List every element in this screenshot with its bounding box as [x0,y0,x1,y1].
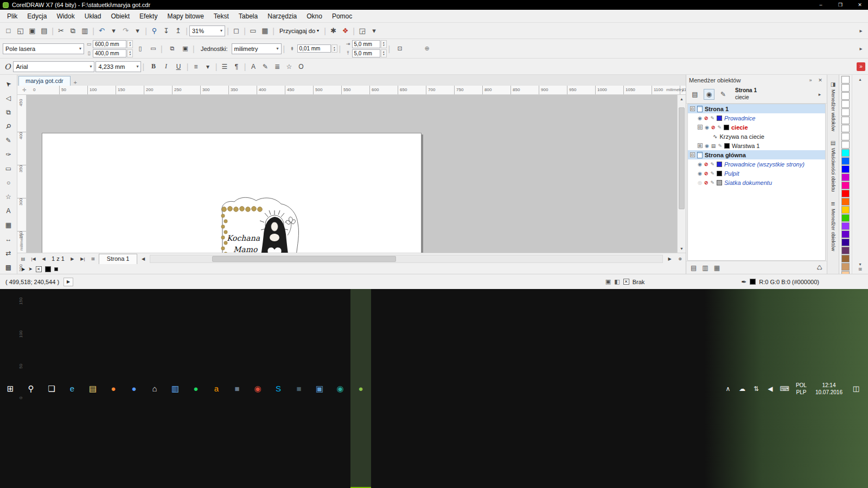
dropdown-arrow-icon[interactable]: ▾ [79,46,81,51]
bulleted-list-button[interactable]: ☰ [219,61,230,73]
welcome-dropdown[interactable]: ▾ [368,25,380,37]
scroll-down-icon[interactable]: ▼ [678,245,686,253]
menu-item[interactable]: Tekst [209,10,234,22]
freehand-tool[interactable]: ✎ [2,134,15,146]
text-properties-button[interactable]: ≣ [271,61,283,73]
outline-color-swatch[interactable] [45,266,51,272]
collapse-icon[interactable]: ⊟ [690,106,695,111]
delete-button[interactable]: ♺ [816,264,822,272]
layer-print-disabled-icon[interactable]: ⊘ [704,171,709,176]
layer-manager-view-button[interactable]: ✎ [718,89,729,100]
dropdown-arrow-icon[interactable]: ▾ [136,64,138,69]
edit-text-button[interactable]: ✎ [259,61,271,73]
hidden-icons-chevron[interactable]: ∧ [721,385,735,393]
nudge-field[interactable]: 0,01 mm [297,44,331,53]
opentype-button[interactable]: O [295,61,307,73]
expand-icon[interactable]: ⊞ [698,143,703,148]
save-app-icon[interactable]: ▣ [309,289,330,488]
fullscreen-preview-button[interactable]: ◻ [231,25,242,37]
preset-combo[interactable]: Pole lasera ▾ [3,43,84,54]
tree-row-warstwa-1[interactable]: ⊞ ◉ ▤ ✎ Warstwa 1 [688,141,825,150]
units-combo[interactable]: milimetry ▾ [232,43,282,54]
layer-color-swatch[interactable] [717,171,722,176]
maryja-artwork[interactable]: Kochana Mamo Pamiętaj nie u mnie ra [215,170,306,253]
portrait-button[interactable]: ▯ [135,43,146,55]
layer-edit-icon[interactable]: ✎ [710,180,714,185]
menu-item[interactable]: Narzędzia [263,10,302,22]
layer-visibility-off-icon[interactable]: ◎ [698,180,702,185]
color-swatch[interactable] [841,141,850,149]
volume-icon[interactable]: ◀ [763,385,777,393]
dimension-tool[interactable]: ↔ [2,233,15,245]
character-formatting-button[interactable]: A [247,61,259,73]
favorites-button[interactable]: ☆ [283,61,295,73]
redo-dropdown[interactable]: ▾ [132,25,143,37]
menu-item[interactable]: Plik [2,10,22,22]
scroll-right-icon[interactable]: ▶ [665,254,674,264]
layer-edit-icon[interactable]: ✎ [710,171,714,176]
color-swatch[interactable] [841,198,850,206]
color-swatch[interactable] [841,214,850,222]
dropdown-arrow-icon[interactable]: ▾ [220,28,222,33]
show-rulers-button[interactable]: ▭ [247,25,259,37]
duplicate-x-stepper[interactable]: ▴▾ [381,40,387,48]
underline-button[interactable]: U [173,61,184,73]
color-swatch[interactable] [841,206,850,214]
add-control-button[interactable]: ⊕ [422,43,433,55]
bold-button[interactable]: B [148,61,159,73]
previous-page-button[interactable]: ◀ [39,254,48,264]
layer-visibility-icon[interactable]: ◉ [705,125,709,130]
color-swatch[interactable] [841,230,850,238]
polygon-tool[interactable]: ☆ [2,191,15,203]
color-swatch[interactable] [841,149,850,157]
document-tab[interactable]: maryja got.cdr [18,76,71,86]
color-swatch[interactable] [841,247,850,254]
toolbar-overflow-icon[interactable]: ▸ [857,28,865,34]
page-width-stepper[interactable]: ▴▾ [127,40,133,48]
crop-tool[interactable]: ⧉ [2,106,15,118]
menu-item[interactable]: Okno [302,10,327,22]
app2-icon[interactable]: ■ [289,289,309,488]
rectangle-tool[interactable]: ▭ [2,163,15,175]
menu-item[interactable]: Mapy bitowe [162,10,208,22]
application-launcher-button[interactable]: ❖ [340,25,351,37]
new-layer-button[interactable]: ▤ [691,264,697,272]
layer-edit-icon[interactable]: ✎ [717,125,722,130]
color-swatch[interactable] [841,255,850,262]
chrome-icon[interactable]: ◉ [247,289,268,488]
copy-button[interactable]: ⧉ [67,25,79,37]
layer-visibility-icon[interactable]: ◉ [698,162,702,167]
tree-row-strona-1[interactable]: ⊟ Strona 1 [688,104,825,113]
export-button[interactable]: ↥ [173,25,184,37]
tree-row-siatka-dokumentu[interactable]: ◎ ⊘ ✎ Siatka dokumentu [688,178,825,187]
textbar-overflow-icon[interactable]: » [857,62,865,71]
color-swatch[interactable] [841,92,850,100]
palette-scroll-up-icon[interactable]: ▴ [859,77,861,82]
save-button[interactable]: ▣ [27,25,38,37]
onedrive-icon[interactable]: ☁ [735,385,749,393]
duplicate-x-field[interactable]: 5,0 mm [352,40,380,48]
open-button[interactable]: ◱ [15,25,26,37]
undo-dropdown[interactable]: ▾ [108,25,119,37]
tree-row-strona-glowna[interactable]: ⊟ Strona główna [688,150,825,159]
connector-tool[interactable]: ⇄ [2,247,15,259]
redo-button[interactable]: ↷ [120,25,131,37]
view-manager-tab[interactable]: ◨ Menedżer widoków [831,81,836,131]
firefox-icon[interactable]: ● [103,289,124,488]
cut-button[interactable]: ✂ [55,25,67,37]
menu-item[interactable]: Tabela [234,10,263,22]
paste-button[interactable]: ▥ [79,25,91,37]
minimize-button[interactable]: – [813,0,829,10]
dropdown-arrow-icon[interactable]: ▾ [90,64,92,69]
options-button[interactable]: ✱ [328,25,339,37]
last-page-button[interactable]: ▶| [78,254,87,264]
menu-item[interactable]: Pomoc [327,10,357,22]
color-swatch[interactable] [841,165,850,173]
horizontal-ruler[interactable]: ✛ 05010015020025030035040045050055060065… [17,86,686,95]
language-indicator[interactable]: POL PLP [792,382,811,396]
collapse-icon[interactable]: ⊟ [698,125,703,130]
vertical-scrollbar[interactable]: ▲ ▼ [677,95,686,253]
text-tool[interactable]: A [2,205,15,217]
color-swatch[interactable] [841,84,850,92]
tree-row-prowadnice-wszystkie[interactable]: ◉ ⊘ ✎ Prowadnice (wszystkie strony) [688,159,825,169]
